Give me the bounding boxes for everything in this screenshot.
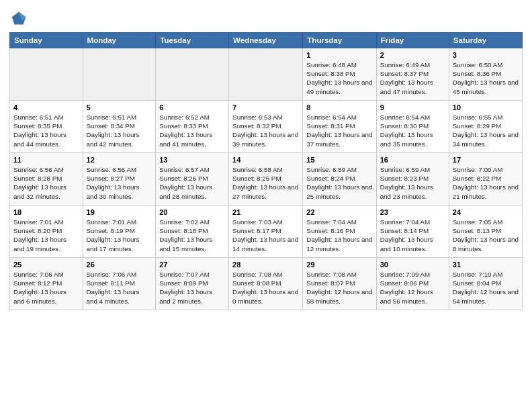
calendar-cell: 24Sunrise: 7:05 AMSunset: 8:13 PMDayligh… — [449, 205, 522, 258]
day-info: Sunrise: 7:05 AMSunset: 8:13 PMDaylight:… — [453, 218, 519, 253]
day-number: 16 — [380, 156, 445, 164]
calendar-cell: 26Sunrise: 7:06 AMSunset: 8:11 PMDayligh… — [83, 258, 156, 310]
day-number: 31 — [453, 261, 519, 269]
day-number: 10 — [453, 103, 519, 111]
day-number: 3 — [453, 51, 519, 59]
calendar-week-row: 11Sunrise: 6:56 AMSunset: 8:28 PMDayligh… — [10, 153, 523, 205]
calendar-cell: 11Sunrise: 6:56 AMSunset: 8:28 PMDayligh… — [10, 153, 83, 205]
day-number: 23 — [380, 208, 445, 216]
calendar-cell: 17Sunrise: 7:00 AMSunset: 8:22 PMDayligh… — [449, 153, 522, 205]
day-info: Sunrise: 7:04 AMSunset: 8:14 PMDaylight:… — [380, 218, 445, 253]
day-number: 21 — [232, 208, 299, 216]
day-of-week-header: Tuesday — [156, 33, 229, 48]
day-info: Sunrise: 6:52 AMSunset: 8:33 PMDaylight:… — [159, 113, 225, 148]
day-info: Sunrise: 7:10 AMSunset: 8:04 PMDaylight:… — [453, 270, 519, 306]
calendar-week-row: 25Sunrise: 7:06 AMSunset: 8:12 PMDayligh… — [10, 258, 523, 310]
day-number: 7 — [232, 103, 299, 111]
day-info: Sunrise: 7:06 AMSunset: 8:12 PMDaylight:… — [13, 270, 79, 306]
logo-icon — [9, 9, 28, 28]
calendar-cell: 20Sunrise: 7:02 AMSunset: 8:18 PMDayligh… — [156, 205, 229, 258]
day-info: Sunrise: 7:02 AMSunset: 8:18 PMDaylight:… — [159, 218, 225, 253]
day-of-week-header: Wednesday — [229, 33, 303, 48]
day-number: 25 — [13, 261, 79, 269]
day-number: 11 — [13, 156, 79, 164]
day-info: Sunrise: 6:50 AMSunset: 8:36 PMDaylight:… — [453, 60, 519, 96]
day-number: 5 — [87, 103, 152, 111]
day-number: 15 — [306, 156, 372, 164]
day-info: Sunrise: 7:04 AMSunset: 8:16 PMDaylight:… — [306, 218, 372, 253]
day-number: 28 — [232, 261, 299, 269]
day-number: 24 — [453, 208, 519, 216]
calendar-cell: 7Sunrise: 6:53 AMSunset: 8:32 PMDaylight… — [229, 101, 303, 153]
day-info: Sunrise: 6:56 AMSunset: 8:28 PMDaylight:… — [13, 165, 79, 201]
day-info: Sunrise: 6:48 AMSunset: 8:38 PMDaylight:… — [306, 60, 372, 96]
calendar-cell: 4Sunrise: 6:51 AMSunset: 8:35 PMDaylight… — [10, 101, 83, 153]
calendar-cell: 1Sunrise: 6:48 AMSunset: 8:38 PMDaylight… — [303, 48, 376, 101]
day-number: 18 — [13, 208, 79, 216]
day-number: 22 — [306, 208, 372, 216]
day-of-week-header: Saturday — [449, 33, 522, 48]
day-info: Sunrise: 7:00 AMSunset: 8:22 PMDaylight:… — [453, 165, 519, 201]
calendar-cell: 9Sunrise: 6:54 AMSunset: 8:30 PMDaylight… — [376, 101, 449, 153]
calendar-cell: 29Sunrise: 7:08 AMSunset: 8:07 PMDayligh… — [303, 258, 376, 310]
day-number: 30 — [380, 261, 445, 269]
day-info: Sunrise: 6:49 AMSunset: 8:37 PMDaylight:… — [380, 60, 445, 96]
calendar-table: SundayMondayTuesdayWednesdayThursdayFrid… — [9, 32, 523, 310]
day-info: Sunrise: 6:53 AMSunset: 8:32 PMDaylight:… — [232, 113, 299, 148]
calendar-cell: 5Sunrise: 6:51 AMSunset: 8:34 PMDaylight… — [83, 101, 156, 153]
day-number: 19 — [87, 208, 152, 216]
calendar-cell: 27Sunrise: 7:07 AMSunset: 8:09 PMDayligh… — [156, 258, 229, 310]
day-number: 20 — [159, 208, 225, 216]
calendar-cell: 23Sunrise: 7:04 AMSunset: 8:14 PMDayligh… — [376, 205, 449, 258]
calendar-cell: 21Sunrise: 7:03 AMSunset: 8:17 PMDayligh… — [229, 205, 303, 258]
day-info: Sunrise: 6:56 AMSunset: 8:27 PMDaylight:… — [87, 165, 152, 201]
day-number: 13 — [159, 156, 225, 164]
day-info: Sunrise: 7:09 AMSunset: 8:06 PMDaylight:… — [380, 270, 445, 306]
day-info: Sunrise: 6:54 AMSunset: 8:30 PMDaylight:… — [380, 113, 445, 148]
day-info: Sunrise: 7:03 AMSunset: 8:17 PMDaylight:… — [232, 218, 299, 253]
day-number: 8 — [306, 103, 372, 111]
calendar-cell: 19Sunrise: 7:01 AMSunset: 8:19 PMDayligh… — [83, 205, 156, 258]
calendar-cell: 3Sunrise: 6:50 AMSunset: 8:36 PMDaylight… — [449, 48, 522, 101]
day-number: 17 — [453, 156, 519, 164]
calendar-cell: 2Sunrise: 6:49 AMSunset: 8:37 PMDaylight… — [376, 48, 449, 101]
calendar-cell: 22Sunrise: 7:04 AMSunset: 8:16 PMDayligh… — [303, 205, 376, 258]
day-of-week-header: Monday — [83, 33, 156, 48]
calendar-cell: 6Sunrise: 6:52 AMSunset: 8:33 PMDaylight… — [156, 101, 229, 153]
day-of-week-header: Thursday — [303, 33, 376, 48]
calendar-cell — [10, 48, 83, 101]
day-info: Sunrise: 7:08 AMSunset: 8:08 PMDaylight:… — [232, 270, 299, 306]
day-info: Sunrise: 6:59 AMSunset: 8:23 PMDaylight:… — [380, 165, 445, 201]
calendar-cell: 31Sunrise: 7:10 AMSunset: 8:04 PMDayligh… — [449, 258, 522, 310]
calendar-cell — [83, 48, 156, 101]
day-of-week-header: Friday — [376, 33, 449, 48]
day-number: 29 — [306, 261, 372, 269]
calendar-cell: 12Sunrise: 6:56 AMSunset: 8:27 PMDayligh… — [83, 153, 156, 205]
calendar-cell: 13Sunrise: 6:57 AMSunset: 8:26 PMDayligh… — [156, 153, 229, 205]
day-number: 27 — [159, 261, 225, 269]
day-info: Sunrise: 7:06 AMSunset: 8:11 PMDaylight:… — [87, 270, 152, 306]
calendar-week-row: 1Sunrise: 6:48 AMSunset: 8:38 PMDaylight… — [10, 48, 523, 101]
calendar-cell — [156, 48, 229, 101]
calendar-week-row: 4Sunrise: 6:51 AMSunset: 8:35 PMDaylight… — [10, 101, 523, 153]
day-of-week-header: Sunday — [10, 33, 83, 48]
day-info: Sunrise: 6:55 AMSunset: 8:29 PMDaylight:… — [453, 113, 519, 148]
day-info: Sunrise: 6:57 AMSunset: 8:26 PMDaylight:… — [159, 165, 225, 201]
calendar-cell: 18Sunrise: 7:01 AMSunset: 8:20 PMDayligh… — [10, 205, 83, 258]
day-info: Sunrise: 6:58 AMSunset: 8:25 PMDaylight:… — [232, 165, 299, 201]
day-number: 26 — [87, 261, 152, 269]
day-info: Sunrise: 7:08 AMSunset: 8:07 PMDaylight:… — [306, 270, 372, 306]
day-number: 1 — [306, 51, 372, 59]
calendar-cell — [229, 48, 303, 101]
calendar-cell: 30Sunrise: 7:09 AMSunset: 8:06 PMDayligh… — [376, 258, 449, 310]
day-number: 4 — [13, 103, 79, 111]
day-number: 9 — [380, 103, 445, 111]
calendar-cell: 10Sunrise: 6:55 AMSunset: 8:29 PMDayligh… — [449, 101, 522, 153]
calendar-cell: 8Sunrise: 6:54 AMSunset: 8:31 PMDaylight… — [303, 101, 376, 153]
day-number: 12 — [87, 156, 152, 164]
calendar-week-row: 18Sunrise: 7:01 AMSunset: 8:20 PMDayligh… — [10, 205, 523, 258]
day-info: Sunrise: 7:01 AMSunset: 8:20 PMDaylight:… — [13, 218, 79, 253]
day-info: Sunrise: 7:07 AMSunset: 8:09 PMDaylight:… — [159, 270, 225, 306]
day-number: 14 — [232, 156, 299, 164]
day-number: 6 — [159, 103, 225, 111]
